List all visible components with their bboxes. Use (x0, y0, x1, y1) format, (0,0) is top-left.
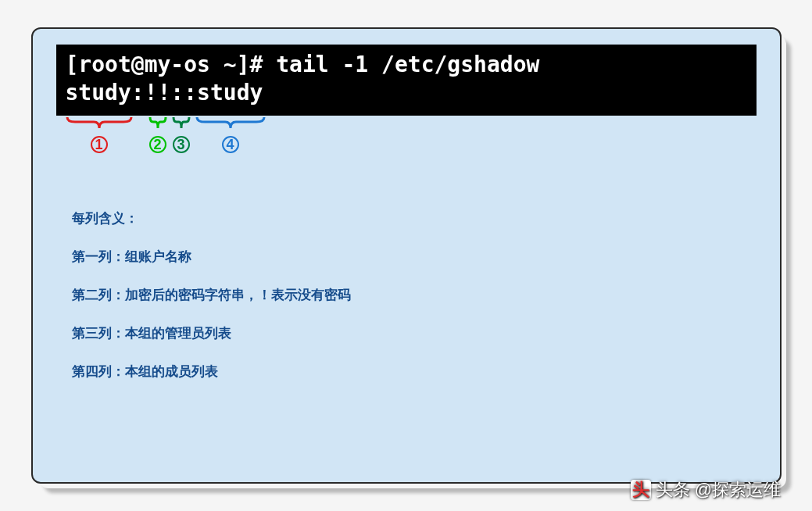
bracket-2-number: 2 (149, 136, 166, 153)
bracket-4: 4 (195, 116, 266, 153)
terminal-line-1: [root@my-os ~]# tail -1 /etc/gshadow (66, 52, 540, 77)
bracket-1-number: 1 (91, 136, 108, 153)
watermark-author: @探索运维 (695, 478, 781, 502)
explanation-section: 每列含义： 第一列：组账户名称 第二列：加密后的密码字符串，！表示没有密码 第三… (33, 163, 780, 381)
terminal-line-2: study:!!::study (66, 80, 263, 105)
column-4-desc: 第四列：本组的成员列表 (72, 363, 741, 381)
column-2-desc: 第二列：加密后的密码字符串，！表示没有密码 (72, 286, 741, 304)
column-3-desc: 第三列：本组的管理员列表 (72, 324, 741, 342)
document-frame: [root@my-os ~]# tail -1 /etc/gshadow stu… (31, 27, 782, 484)
watermark-prefix: 头条 (656, 478, 690, 502)
bracket-3-number: 3 (173, 136, 190, 153)
bracket-3: 3 (172, 116, 191, 153)
brace-icon (66, 116, 133, 131)
terminal-block: [root@my-os ~]# tail -1 /etc/gshadow stu… (56, 45, 757, 116)
bracket-1: 1 (66, 116, 133, 153)
column-1-desc: 第一列：组账户名称 (72, 248, 741, 266)
watermark: 头 头条 @探索运维 (631, 478, 781, 502)
bracket-4-number: 4 (222, 136, 239, 153)
brace-icon (148, 116, 167, 131)
bracket-annotations: 1 2 3 4 (56, 116, 757, 163)
brace-icon (172, 116, 191, 131)
heading-meaning: 每列含义： (72, 209, 741, 227)
bracket-2: 2 (148, 116, 167, 153)
toutiao-icon: 头 (631, 480, 651, 500)
brace-icon (195, 116, 266, 131)
